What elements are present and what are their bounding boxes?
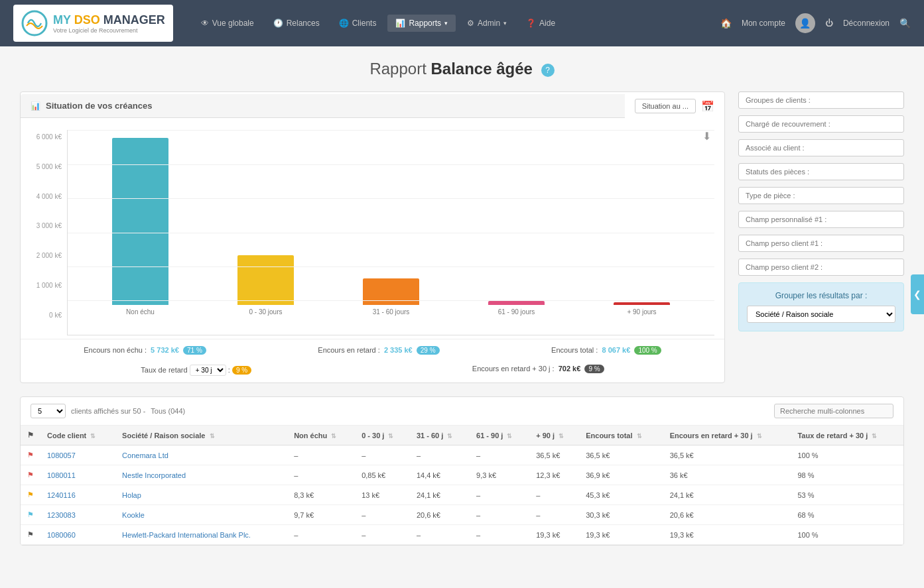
nav-vue-globale[interactable]: 👁 Vue globale (193, 15, 262, 32)
deconnexion-icon: ⏻ (825, 19, 833, 28)
td-90plus: 36,5 k€ (529, 445, 579, 465)
nav-admin[interactable]: ⚙ Admin ▾ (459, 15, 515, 32)
deconnexion-link[interactable]: Déconnexion (843, 19, 890, 28)
table-controls: 5 10 25 50 100 clients affichés sur 50 -… (21, 397, 903, 426)
nav-admin-label: Admin (478, 19, 500, 28)
situation-area: Situation au ... 📅 (625, 92, 724, 120)
table-row: ⚑ 1230083 Kookle 9,7 k€ – 20,6 k€ – – 30… (21, 505, 903, 525)
groupes-clients-input[interactable] (738, 91, 904, 109)
tous-link[interactable]: Tous (044) (151, 407, 185, 415)
client-name-link[interactable]: Kookle (122, 511, 145, 519)
help-icon[interactable]: ? (541, 64, 555, 77)
champ-perso-client2-input[interactable] (738, 259, 904, 276)
y-label-1000: 1 000 k€ (36, 282, 62, 289)
td-31-60: 24,1 k€ (410, 485, 470, 505)
encours-retard-val: 2 335 k€ (384, 346, 413, 354)
nav-relances[interactable]: 🕐 Relances (265, 15, 328, 32)
taux-val: 9 % (232, 366, 251, 375)
th-encours-retard: Encours en retard + 30 j ⇅ (663, 426, 791, 445)
mon-compte-link[interactable]: Mon compte (742, 19, 785, 28)
y-label-6000: 6 000 k€ (36, 133, 62, 141)
td-encours-retard: 19,3 k€ (663, 525, 791, 545)
type-piece-input[interactable] (738, 187, 904, 204)
th-0-30: 0 - 30 j ⇅ (355, 426, 410, 445)
encours-total-val: 8 067 k€ (602, 346, 631, 354)
associe-client-input[interactable] (738, 139, 904, 156)
gear-icon: ⚙ (467, 19, 474, 28)
sidebar-toggle[interactable]: ❮ (911, 274, 924, 314)
nav-rapports[interactable]: 📊 Rapports ▾ (387, 15, 456, 32)
group-by-select[interactable]: Société / Raison sociale Code client Gro… (747, 306, 895, 323)
sort-encours-retard-icon[interactable]: ⇅ (757, 433, 762, 440)
client-name-link[interactable]: Nestle Incorporated (122, 471, 186, 479)
flag-icon: ⚑ (27, 491, 34, 499)
td-61-90: – (470, 525, 529, 545)
td-flag: ⚑ (21, 465, 40, 485)
td-non-echu: – (287, 465, 355, 485)
avatar[interactable]: 👤 (795, 13, 815, 33)
sort-31-60-icon[interactable]: ⇅ (447, 433, 452, 440)
th-encours-total: Encours total ⇅ (579, 426, 663, 445)
sort-90plus-icon[interactable]: ⇅ (559, 433, 564, 440)
flag-icon: ⚑ (27, 510, 34, 518)
td-encours-total: 36,5 k€ (579, 445, 663, 465)
statuts-pieces-input[interactable] (738, 163, 904, 180)
search-multi-input[interactable] (774, 404, 893, 418)
td-flag: ⚑ (21, 525, 40, 545)
td-encours-total: 30,3 k€ (579, 505, 663, 525)
client-name-link[interactable]: Holap (122, 491, 141, 499)
sort-code-icon[interactable]: ⇅ (90, 433, 96, 440)
client-code-link[interactable]: 1230083 (47, 511, 76, 519)
client-name-link[interactable]: Hewlett-Packard International Bank Plc. (122, 531, 251, 539)
nav-aide[interactable]: ❓ Aide (518, 15, 563, 32)
client-code-link[interactable]: 1080060 (47, 531, 76, 539)
calendar-icon[interactable]: 📅 (701, 100, 714, 113)
client-name-link[interactable]: Conemara Ltd (122, 451, 168, 459)
panel-title: Situation de vos créances (46, 101, 152, 111)
header: MY DSO MANAGER Votre Logiciel de Recouvr… (0, 0, 924, 46)
sort-taux-retard-icon[interactable]: ⇅ (872, 433, 877, 440)
td-90plus: – (529, 505, 579, 525)
nav-relances-label: Relances (287, 19, 320, 28)
champ-perso1-input[interactable] (738, 211, 904, 228)
situation-btn[interactable]: Situation au ... (635, 99, 696, 113)
table-row: ⚑ 1080011 Nestle Incorporated – 0,85 k€ … (21, 465, 903, 485)
client-code-link[interactable]: 1080057 (47, 451, 76, 459)
taux-select[interactable]: + 30 j + 60 j + 90 j (190, 365, 226, 376)
panel-chart-icon: 📊 (31, 101, 40, 111)
charge-recouvrement-input[interactable] (738, 115, 904, 133)
sort-encours-total-icon[interactable]: ⇅ (637, 433, 642, 440)
sort-non-echu-icon[interactable]: ⇅ (331, 433, 336, 440)
nav-clients[interactable]: 🌐 Clients (331, 15, 385, 32)
th-non-echu-label: Non échu (294, 432, 327, 440)
page-size-select[interactable]: 5 10 25 50 100 (31, 404, 66, 418)
champ-perso-client1-input[interactable] (738, 235, 904, 252)
sort-societe-icon[interactable]: ⇅ (210, 433, 215, 440)
encours-non-echu-val: 5 732 k€ (151, 346, 179, 354)
td-encours-retard: 36 k€ (663, 465, 791, 485)
y-axis: 6 000 k€ 5 000 k€ 4 000 k€ 3 000 k€ 2 00… (31, 133, 67, 319)
th-0-30-label: 0 - 30 j (362, 432, 384, 440)
y-label-0: 0 k€ (49, 312, 62, 319)
client-code-link[interactable]: 1080011 (47, 471, 76, 479)
main-content: Rapport Balance âgée ? 📊 Situation de vo… (0, 46, 924, 559)
td-61-90: – (470, 505, 529, 525)
encours-retard-30-pct: 9 % (584, 365, 604, 373)
chevron-down-icon-admin: ▾ (503, 20, 507, 27)
td-90plus: 12,3 k€ (529, 465, 579, 485)
td-31-60: 14,4 k€ (410, 465, 470, 485)
encours-retard-30-label: Encours en retard + 30 j : (472, 365, 555, 373)
th-non-echu: Non échu ⇅ (287, 426, 355, 445)
nav-rapports-label: Rapports (409, 19, 441, 28)
encours-non-echu-label: Encours non échu : (84, 346, 147, 354)
sort-0-30-icon[interactable]: ⇅ (388, 433, 393, 440)
client-code-link[interactable]: 1240116 (47, 491, 76, 499)
encours-retard-pct: 29 % (417, 346, 440, 355)
search-icon[interactable]: 🔍 (899, 18, 911, 29)
td-non-echu: – (287, 445, 355, 465)
encours-retard-30-val: 702 k€ (559, 365, 581, 373)
encours-retard-30-item: Encours en retard + 30 j : 702 k€ 9 % (472, 365, 604, 376)
sort-61-90-icon[interactable]: ⇅ (507, 433, 512, 440)
stats-row: Encours non échu : 5 732 k€ 71 % Encours… (21, 339, 724, 361)
td-0-30: – (355, 445, 410, 465)
